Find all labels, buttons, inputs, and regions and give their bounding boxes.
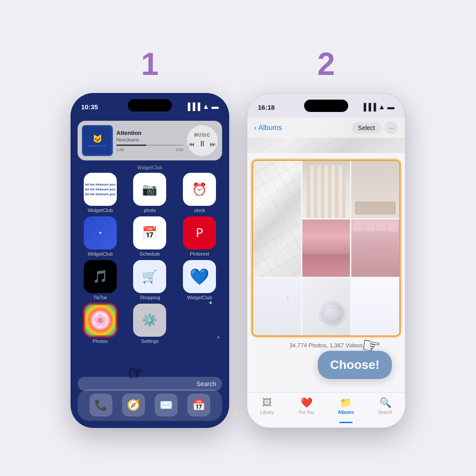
music-controls: MUSIC ⏮ ⏸ ⏭ <box>187 125 218 156</box>
dynamic-island-2 <box>304 100 348 112</box>
app-photo-label: photo <box>144 208 156 213</box>
app-widgetclub-text[interactable]: let me treasure youlet me treasure youle… <box>78 173 123 213</box>
tab-for-you[interactable]: ❤️ For You <box>293 397 320 415</box>
app-photo-box: 📷 <box>133 173 166 206</box>
music-artist: NewJeans <box>116 137 183 142</box>
app-schedule-emoji: 📅 <box>142 226 157 240</box>
tab-bar: 🖼 Library ❤️ For You 📁 Albums 🔍 Search <box>247 392 405 428</box>
photo-empty[interactable] <box>351 278 399 335</box>
dock: 📞 🧭 ✉️ 📅 <box>78 389 222 421</box>
tab-search[interactable]: 🔍 Search <box>372 397 398 415</box>
app-empty-box <box>183 304 216 337</box>
search-label: Search <box>197 380 216 387</box>
hand-cursor-1: ☞ <box>128 362 145 384</box>
battery-icon-1: ▬ <box>212 103 219 111</box>
app-pinterest[interactable]: 𝖯 Pinterest <box>177 216 222 257</box>
tab-active-indicator <box>339 422 353 423</box>
tab-albums[interactable]: 📁 Albums <box>333 397 359 415</box>
tab-search-label: Search <box>378 410 392 415</box>
tab-library[interactable]: 🖼 Library <box>254 397 280 415</box>
tab-foryou-icon: ❤️ <box>301 397 312 409</box>
music-progress-fill <box>116 145 146 146</box>
app-tiktok-emoji: 🎵 <box>93 269 108 284</box>
app-shopping-box: 🛒 <box>133 260 166 293</box>
room-furniture <box>355 201 396 215</box>
step-2-container: 2 16:18 ▐▐▐ ▲ ▬ ‹ Albums <box>247 48 405 428</box>
music-progress-bar <box>116 145 183 146</box>
step-1-number: 1 <box>141 48 159 80</box>
app-photos-label: Photos <box>93 338 108 344</box>
tab-foryou-label: For You <box>299 410 314 415</box>
app-clock-emoji: ⏰ <box>192 182 207 197</box>
app-settings[interactable]: ⚙️ Settings <box>127 304 173 344</box>
app-tiktok-box: 🎵 <box>84 260 117 293</box>
app-shopping[interactable]: 🛒 Shopping <box>127 260 173 300</box>
choose-bubble[interactable]: Choose! <box>318 351 392 379</box>
signal-icon-1: ▐▐▐ <box>185 103 200 111</box>
app-pinterest-box: 𝖯 <box>183 216 216 249</box>
photo-room-2[interactable] <box>351 161 399 218</box>
wifi-icon-2: ▲ <box>378 103 385 111</box>
app-row-1: let me treasure youlet me treasure youle… <box>78 173 222 213</box>
status-icons-1: ▐▐▐ ▲ ▬ <box>185 103 219 111</box>
photo-sphere[interactable] <box>302 278 350 335</box>
phone-1: 10:35 ▐▐▐ ▲ ▬ 🐱 NEWJEANS Attention New <box>71 93 229 428</box>
music-time-total: 3:00 <box>175 148 183 152</box>
dock-mail[interactable]: ✉️ <box>155 394 178 416</box>
app-heart-emoji: 💙 <box>190 268 209 286</box>
photo-pink-building[interactable] <box>351 219 399 277</box>
wifi-icon-1: ▲ <box>202 103 209 111</box>
dock-calendar[interactable]: 📅 <box>187 394 210 416</box>
more-button[interactable]: ··· <box>385 121 398 134</box>
app-row-3: 🎵 TikTok 🛒 Shopping 💙 WidgetClub <box>78 260 222 300</box>
music-time: 2:58 3:00 <box>116 148 183 152</box>
music-widget: 🐱 NEWJEANS Attention NewJeans 2:58 3:00 <box>78 121 222 160</box>
phone-2: 16:18 ▐▐▐ ▲ ▬ ‹ Albums Select ··· <box>247 93 405 428</box>
app-clock-box: ⏰ <box>183 173 216 206</box>
app-pinterest-emoji: 𝖯 <box>196 226 203 240</box>
app-clock[interactable]: ⏰ clock <box>177 173 222 213</box>
dock-compass[interactable]: 🧭 <box>122 394 145 416</box>
photo-room-1[interactable] <box>302 161 350 218</box>
app-widgetclub-mesh[interactable]: ✦ WidgetClub <box>78 216 123 257</box>
app-photos-box: 🌸 <box>84 304 117 337</box>
tab-albums-icon: 📁 <box>340 397 352 409</box>
photo-minimal[interactable]: · · · + <box>253 278 301 335</box>
photo-pink-sky[interactable] <box>302 219 350 277</box>
back-chevron-icon: ‹ <box>254 124 257 132</box>
app-widgetclub-heart-box: 💙 <box>183 260 216 293</box>
app-photo[interactable]: 📷 photo <box>127 173 173 213</box>
step-2-number: 2 <box>317 48 335 80</box>
phone1-content: 🐱 NEWJEANS Attention NewJeans 2:58 3:00 <box>71 117 229 428</box>
app-row-4: 🌸 Photos ⚙️ Settings ✦ ✦ <box>78 304 222 344</box>
tab-library-label: Library <box>260 410 274 415</box>
app-settings-label: Settings <box>141 338 159 344</box>
app-photos[interactable]: 🌸 Photos <box>78 304 123 344</box>
battery-icon-2: ▬ <box>387 103 394 111</box>
nav-actions: Select ··· <box>352 121 398 134</box>
app-widgetclub-heart[interactable]: 💙 WidgetClub <box>177 260 222 300</box>
tab-albums-label: Albums <box>338 410 354 415</box>
signal-icon-2: ▐▐▐ <box>361 103 376 111</box>
music-time-current: 2:58 <box>116 148 124 152</box>
app-settings-box: ⚙️ <box>133 304 166 337</box>
select-button[interactable]: Select <box>352 122 381 134</box>
photos-nav: ‹ Albums Select ··· <box>247 118 405 138</box>
widget-text-content: let me treasure youlet me treasure youle… <box>85 182 115 197</box>
dynamic-island-1 <box>128 99 172 112</box>
app-settings-emoji: ⚙️ <box>142 313 157 327</box>
phone2-content: ‹ Albums Select ··· Recents <box>247 118 405 428</box>
app-photo-emoji: 📷 <box>142 182 157 197</box>
nav-back[interactable]: ‹ Albums <box>254 124 282 132</box>
star-field: · · · + <box>253 278 301 335</box>
music-widget-label: WidgetClub <box>78 165 222 170</box>
marble-veins-overlay <box>253 161 301 277</box>
app-schedule[interactable]: 📅 Schedule <box>127 216 173 257</box>
photo-marble-large[interactable] <box>253 161 301 277</box>
app-tiktok[interactable]: 🎵 TikTok <box>78 260 123 300</box>
sparkle-2: ✦ <box>217 335 220 339</box>
music-album-art: 🐱 NEWJEANS <box>82 125 113 156</box>
photo-grid: · · · + <box>252 160 401 337</box>
dock-phone[interactable]: 📞 <box>89 394 112 416</box>
choose-label: Choose! <box>330 358 379 372</box>
